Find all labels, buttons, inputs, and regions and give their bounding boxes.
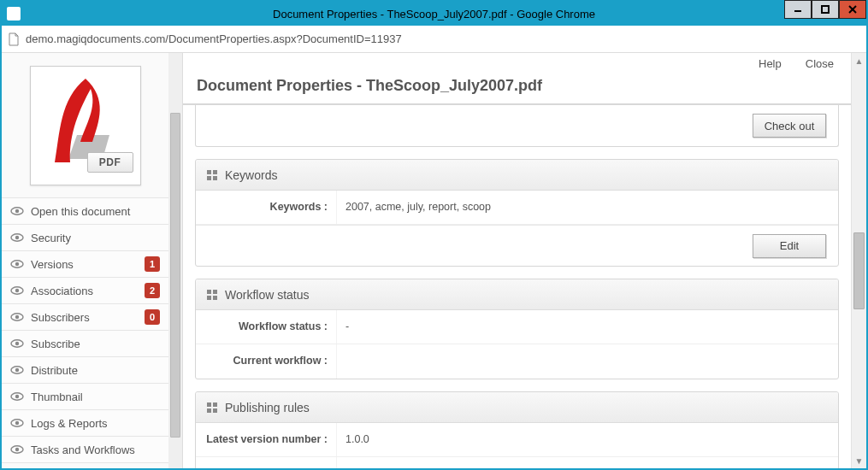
sidebar-item-associations[interactable]: Associations 2 bbox=[2, 278, 168, 304]
sidebar-item-label: Logs & Reports bbox=[31, 417, 160, 430]
maximize-button[interactable] bbox=[812, 0, 839, 19]
help-link[interactable]: Help bbox=[759, 57, 782, 70]
svg-rect-30 bbox=[213, 290, 217, 294]
svg-point-8 bbox=[15, 236, 19, 239]
sidebar-scrollbar[interactable] bbox=[168, 53, 182, 468]
grid-icon bbox=[206, 169, 218, 181]
close-link[interactable]: Close bbox=[806, 57, 834, 70]
scroll-up-icon[interactable]: ▲ bbox=[852, 53, 866, 68]
titlebar: Document Properties - TheScoop_July2007.… bbox=[2, 2, 866, 26]
chrome-icon bbox=[7, 7, 21, 21]
sidebar-item-versions[interactable]: Versions 1 bbox=[2, 251, 168, 278]
svg-point-24 bbox=[15, 448, 19, 451]
field-row: Workflow status : - bbox=[196, 310, 838, 344]
main-scrollbar[interactable]: ▲ ▼ bbox=[851, 53, 866, 468]
check-out-button[interactable]: Check out bbox=[753, 114, 826, 138]
svg-rect-28 bbox=[213, 176, 217, 180]
workflow-panel: Workflow status Workflow status : - Curr… bbox=[195, 279, 839, 379]
eye-icon bbox=[10, 337, 24, 350]
field-label: Keywords : bbox=[196, 191, 336, 224]
eye-icon bbox=[10, 443, 24, 456]
main-area: Help Close Document Properties - TheScoo… bbox=[183, 53, 866, 468]
eye-icon bbox=[10, 363, 24, 377]
sidebar-item-subscribers[interactable]: Subscribers 0 bbox=[2, 304, 168, 331]
edit-button[interactable]: Edit bbox=[753, 234, 826, 258]
svg-point-16 bbox=[15, 342, 19, 345]
sidebar-item-label: Distribute bbox=[31, 364, 160, 377]
keywords-panel: Keywords Keywords : 2007, acme, july, re… bbox=[195, 159, 839, 267]
field-row: Keywords : 2007, acme, july, report, sco… bbox=[196, 191, 838, 225]
svg-rect-26 bbox=[213, 170, 217, 174]
count-badge: 0 bbox=[145, 309, 160, 325]
sidebar-item-label: Versions bbox=[31, 258, 138, 271]
checkout-panel: Check out bbox=[195, 105, 839, 147]
sidebar-item-label: Subscribers bbox=[31, 311, 138, 324]
page-title: Document Properties - TheScoop_July2007.… bbox=[183, 73, 851, 105]
sidebar-item-subscribe[interactable]: Subscribe bbox=[2, 331, 168, 357]
svg-point-6 bbox=[15, 209, 19, 213]
thumbnail-panel: PDF bbox=[2, 53, 168, 198]
svg-point-12 bbox=[15, 289, 19, 292]
eye-icon bbox=[10, 284, 24, 297]
minimize-button[interactable] bbox=[784, 0, 812, 19]
close-window-button[interactable] bbox=[839, 0, 866, 19]
grid-icon bbox=[206, 289, 218, 301]
svg-rect-31 bbox=[207, 296, 211, 300]
eye-icon bbox=[10, 310, 24, 324]
svg-point-18 bbox=[15, 368, 19, 372]
svg-rect-1 bbox=[822, 6, 829, 13]
count-badge: 2 bbox=[145, 283, 160, 298]
sidebar: PDF Open this document Security Versions bbox=[2, 53, 183, 468]
sidebar-item-security[interactable]: Security bbox=[2, 225, 168, 251]
panel-header: Publishing rules bbox=[196, 392, 838, 423]
eye-icon bbox=[10, 231, 24, 244]
field-label: Workflow status : bbox=[196, 310, 336, 344]
field-value: 1.0.0 bbox=[336, 423, 838, 456]
sidebar-item-logs-reports[interactable]: Logs & Reports bbox=[2, 410, 168, 437]
sidebar-item-label: Subscribe bbox=[31, 338, 160, 350]
publishing-panel: Publishing rules Latest version number :… bbox=[195, 391, 839, 468]
panel-title: Publishing rules bbox=[225, 401, 310, 414]
svg-rect-32 bbox=[213, 296, 217, 300]
pdf-badge: PDF bbox=[87, 152, 133, 173]
window-title: Document Properties - TheScoop_July2007.… bbox=[2, 8, 866, 21]
scrollbar-thumb[interactable] bbox=[170, 113, 180, 438]
svg-point-20 bbox=[15, 395, 19, 398]
content-body: Check out Keywords Keywords : 2007, acme… bbox=[183, 105, 851, 468]
panel-header: Keywords bbox=[196, 160, 838, 191]
sidebar-item-open-document[interactable]: Open this document bbox=[2, 198, 168, 225]
field-value: 2007, acme, july, report, scoop bbox=[336, 191, 838, 224]
sidebar-list: Open this document Security Versions 1 A… bbox=[2, 198, 168, 463]
sidebar-item-label: Tasks and Workflows bbox=[31, 444, 160, 456]
sidebar-item-thumbnail[interactable]: Thumbnail bbox=[2, 384, 168, 410]
svg-rect-34 bbox=[213, 402, 217, 407]
document-thumbnail: PDF bbox=[30, 66, 141, 185]
svg-rect-33 bbox=[207, 402, 211, 407]
url-text[interactable]: demo.magiqdocuments.com/DocumentProperti… bbox=[26, 32, 861, 45]
svg-rect-25 bbox=[207, 170, 211, 174]
field-row: Latest version number : 1.0.0 bbox=[196, 423, 838, 457]
svg-point-22 bbox=[15, 421, 19, 425]
window: Document Properties - TheScoop_July2007.… bbox=[0, 0, 868, 470]
svg-point-10 bbox=[15, 262, 19, 266]
svg-rect-27 bbox=[207, 176, 211, 180]
svg-rect-35 bbox=[207, 408, 211, 413]
eye-icon bbox=[10, 390, 24, 403]
svg-point-14 bbox=[15, 315, 19, 319]
field-value bbox=[336, 344, 838, 379]
sidebar-item-distribute[interactable]: Distribute bbox=[2, 357, 168, 384]
count-badge: 1 bbox=[145, 256, 160, 272]
eye-icon bbox=[10, 257, 24, 271]
scroll-down-icon[interactable]: ▼ bbox=[852, 453, 866, 468]
sidebar-item-label: Open this document bbox=[31, 205, 160, 218]
sidebar-item-tasks-workflows[interactable]: Tasks and Workflows bbox=[2, 437, 168, 463]
eye-icon bbox=[10, 204, 24, 218]
window-buttons bbox=[784, 2, 866, 26]
panel-title: Workflow status bbox=[225, 288, 310, 302]
panel-title: Keywords bbox=[225, 168, 277, 182]
field-row: Current workflow : bbox=[196, 344, 838, 379]
scrollbar-thumb[interactable] bbox=[853, 232, 865, 309]
sidebar-item-label: Associations bbox=[31, 285, 138, 297]
address-bar: demo.magiqdocuments.com/DocumentProperti… bbox=[2, 26, 866, 53]
page-icon bbox=[7, 32, 21, 46]
